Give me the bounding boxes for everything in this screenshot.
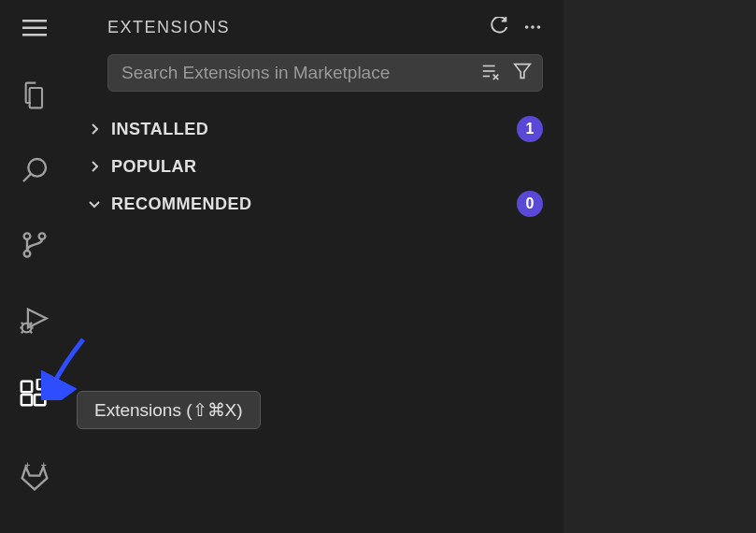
svg-rect-18 [35, 395, 45, 405]
editor-area [563, 0, 756, 533]
installed-section[interactable]: INSTALLED 1 [68, 110, 563, 148]
recommended-section[interactable]: RECOMMENDED 0 [68, 185, 563, 223]
files-icon [20, 80, 50, 110]
svg-rect-17 [21, 382, 31, 392]
popular-section[interactable]: POPULAR [68, 148, 563, 185]
section-label: INSTALLED [111, 120, 208, 139]
explorer-activity[interactable] [12, 73, 57, 118]
svg-text:+: + [40, 462, 46, 470]
bug-play-icon [19, 304, 50, 336]
clear-search-button[interactable] [480, 61, 501, 85]
search-box[interactable] [107, 54, 543, 92]
menu-button[interactable] [12, 9, 57, 47]
svg-rect-16 [21, 395, 31, 405]
refresh-button[interactable] [489, 17, 509, 37]
more-actions-button[interactable] [522, 17, 543, 37]
section-label: RECOMMENDED [111, 194, 252, 214]
extensions-icon [19, 379, 50, 411]
svg-point-24 [537, 25, 541, 29]
source-control-activity[interactable] [12, 223, 57, 267]
clear-list-icon [480, 61, 501, 81]
sidebar-header: EXTENSIONS [68, 0, 563, 54]
header-actions [489, 17, 543, 37]
svg-rect-19 [36, 379, 47, 389]
svg-point-22 [525, 25, 529, 29]
svg-rect-0 [22, 20, 47, 22]
debug-activity[interactable] [12, 297, 57, 342]
svg-rect-2 [22, 34, 47, 36]
activity-bar: + + [0, 0, 68, 533]
svg-line-13 [30, 323, 32, 324]
gitlab-icon: + + [20, 462, 50, 492]
svg-point-6 [38, 233, 45, 239]
search-actions [480, 61, 533, 85]
filter-button[interactable] [512, 61, 533, 85]
search-container [68, 54, 563, 92]
chevron-right-icon [85, 120, 104, 138]
installed-count-badge: 1 [517, 116, 543, 142]
git-branch-icon [20, 230, 50, 260]
refresh-icon [489, 17, 509, 37]
svg-marker-30 [515, 65, 531, 79]
section-label: POPULAR [111, 157, 197, 177]
extensions-sidebar: EXTENSIONS [68, 0, 563, 533]
ellipsis-icon [522, 17, 543, 37]
search-input[interactable] [121, 63, 480, 83]
svg-line-14 [21, 331, 22, 333]
filter-icon [512, 61, 533, 81]
svg-line-12 [21, 323, 22, 324]
chevron-right-icon [85, 157, 104, 176]
chevron-down-icon [85, 194, 104, 213]
svg-point-7 [23, 251, 30, 257]
svg-point-3 [28, 159, 46, 177]
hamburger-icon [22, 20, 47, 36]
extensions-activity[interactable] [12, 372, 57, 417]
svg-line-4 [23, 174, 31, 181]
search-activity[interactable] [12, 148, 57, 193]
svg-text:+: + [24, 462, 30, 470]
recommended-count-badge: 0 [517, 191, 543, 217]
svg-point-23 [531, 25, 535, 29]
svg-point-5 [23, 233, 30, 239]
svg-line-15 [30, 331, 32, 333]
svg-rect-1 [22, 27, 47, 30]
extensions-tooltip: Extensions (⇧⌘X) [77, 391, 261, 429]
sidebar-title: EXTENSIONS [107, 18, 230, 37]
search-icon [20, 155, 50, 185]
gitlab-activity[interactable]: + + [12, 454, 57, 499]
tooltip-text: Extensions (⇧⌘X) [94, 400, 243, 420]
